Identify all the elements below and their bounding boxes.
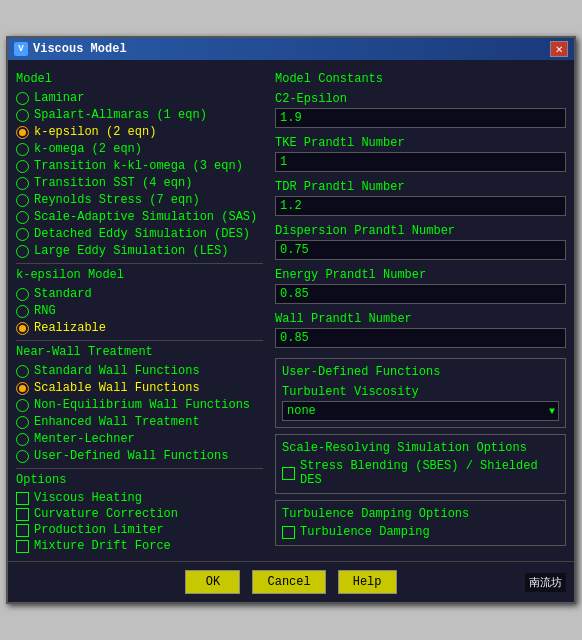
model-trans-sst-label: Transition SST (4 eqn)	[34, 176, 192, 190]
nw-noneq[interactable]: Non-Equilibrium Wall Functions	[16, 397, 263, 413]
title-bar: V Viscous Model ✕	[8, 38, 574, 60]
ke-realizable[interactable]: Realizable	[16, 320, 263, 336]
nw-udf[interactable]: User-Defined Wall Functions	[16, 448, 263, 464]
opt-mixture[interactable]: Mixture Drift Force	[16, 539, 263, 553]
model-kepsilon[interactable]: k-epsilon (2 eqn)	[16, 124, 263, 140]
srs-sbes-checkbox-item[interactable]: Stress Blending (SBES) / Shielded DES	[282, 459, 559, 487]
check-sbes[interactable]	[282, 467, 295, 480]
nw-noneq-label: Non-Equilibrium Wall Functions	[34, 398, 250, 412]
td-section: Turbulence Damping Options Turbulence Da…	[275, 500, 566, 546]
model-des[interactable]: Detached Eddy Simulation (DES)	[16, 226, 263, 242]
tdr-input[interactable]	[275, 196, 566, 216]
opt-viscous-heating-label: Viscous Heating	[34, 491, 142, 505]
ke-standard[interactable]: Standard	[16, 286, 263, 302]
radio-des[interactable]	[16, 228, 29, 241]
ke-standard-label: Standard	[34, 287, 92, 301]
opt-mixture-label: Mixture Drift Force	[34, 539, 171, 553]
check-production[interactable]	[16, 524, 29, 537]
model-sas[interactable]: Scale-Adaptive Simulation (SAS)	[16, 209, 263, 225]
model-des-label: Detached Eddy Simulation (DES)	[34, 227, 250, 241]
radio-les[interactable]	[16, 245, 29, 258]
model-laminar[interactable]: Laminar	[16, 90, 263, 106]
radio-kepsilon[interactable]	[16, 126, 29, 139]
model-reynolds-label: Reynolds Stress (7 eqn)	[34, 193, 200, 207]
model-sas-label: Scale-Adaptive Simulation (SAS)	[34, 210, 257, 224]
dispersion-input[interactable]	[275, 240, 566, 260]
radio-ke-realizable[interactable]	[16, 322, 29, 335]
help-button[interactable]: Help	[338, 570, 397, 594]
kepsilon-section-title: k-epsilon Model	[16, 268, 263, 282]
right-panel: Model Constants C2-Epsilon TKE Prandtl N…	[271, 68, 566, 553]
c2-epsilon-input[interactable]	[275, 108, 566, 128]
tdr-label: TDR Prandtl Number	[275, 180, 566, 194]
radio-trans-kl[interactable]	[16, 160, 29, 173]
model-section-title: Model	[16, 72, 263, 86]
tke-input[interactable]	[275, 152, 566, 172]
td-checkbox-item[interactable]: Turbulence Damping	[282, 525, 559, 539]
radio-ke-rng[interactable]	[16, 305, 29, 318]
radio-nw-scalable[interactable]	[16, 382, 29, 395]
kepsilon-radio-group: Standard RNG Realizable	[16, 286, 263, 336]
energy-label: Energy Prandtl Number	[275, 268, 566, 282]
nw-enhanced-label: Enhanced Wall Treatment	[34, 415, 200, 429]
nw-enhanced[interactable]: Enhanced Wall Treatment	[16, 414, 263, 430]
radio-spalart[interactable]	[16, 109, 29, 122]
nw-menter[interactable]: Menter-Lechner	[16, 431, 263, 447]
radio-reynolds[interactable]	[16, 194, 29, 207]
ke-realizable-label: Realizable	[34, 321, 106, 335]
opt-production[interactable]: Production Limiter	[16, 523, 263, 537]
radio-nw-std[interactable]	[16, 365, 29, 378]
nw-std-label: Standard Wall Functions	[34, 364, 200, 378]
radio-trans-sst[interactable]	[16, 177, 29, 190]
app-icon: V	[14, 42, 28, 56]
radio-nw-enhanced[interactable]	[16, 416, 29, 429]
check-td[interactable]	[282, 526, 295, 539]
model-laminar-label: Laminar	[34, 91, 84, 105]
nw-menter-label: Menter-Lechner	[34, 432, 135, 446]
radio-nw-menter[interactable]	[16, 433, 29, 446]
nw-std-wall[interactable]: Standard Wall Functions	[16, 363, 263, 379]
energy-input[interactable]	[275, 284, 566, 304]
check-viscous-heating[interactable]	[16, 492, 29, 505]
ok-button[interactable]: OK	[185, 570, 240, 594]
wall-prandtl-input[interactable]	[275, 328, 566, 348]
nw-udf-label: User-Defined Wall Functions	[34, 449, 228, 463]
ke-rng-label: RNG	[34, 304, 56, 318]
close-button[interactable]: ✕	[550, 41, 568, 57]
udf-section: User-Defined Functions Turbulent Viscosi…	[275, 358, 566, 428]
nw-scalable[interactable]: Scalable Wall Functions	[16, 380, 263, 396]
model-reynolds[interactable]: Reynolds Stress (7 eqn)	[16, 192, 263, 208]
opt-curvature-label: Curvature Correction	[34, 507, 178, 521]
td-section-title: Turbulence Damping Options	[282, 507, 559, 521]
srs-section: Scale-Resolving Simulation Options Stres…	[275, 434, 566, 494]
opt-production-label: Production Limiter	[34, 523, 164, 537]
model-les[interactable]: Large Eddy Simulation (LES)	[16, 243, 263, 259]
model-trans-kl[interactable]: Transition k-kl-omega (3 eqn)	[16, 158, 263, 174]
udf-turb-select[interactable]: none	[282, 401, 559, 421]
check-curvature[interactable]	[16, 508, 29, 521]
udf-turb-wrapper: none ▼	[282, 401, 559, 421]
dispersion-label: Dispersion Prandtl Number	[275, 224, 566, 238]
window-title: Viscous Model	[33, 42, 127, 56]
model-spalart[interactable]: Spalart-Allmaras (1 eqn)	[16, 107, 263, 123]
opt-viscous-heating[interactable]: Viscous Heating	[16, 491, 263, 505]
model-komega[interactable]: k-omega (2 eqn)	[16, 141, 263, 157]
viscous-model-dialog: V Viscous Model ✕ Model Laminar	[6, 36, 576, 604]
model-trans-sst[interactable]: Transition SST (4 eqn)	[16, 175, 263, 191]
radio-komega[interactable]	[16, 143, 29, 156]
radio-nw-udf[interactable]	[16, 450, 29, 463]
watermark: 南流坊	[525, 573, 566, 592]
left-panel: Model Laminar Spalart-Allmaras (1 eqn) k…	[16, 68, 271, 553]
c2-epsilon-label: C2-Epsilon	[275, 92, 566, 106]
check-mixture[interactable]	[16, 540, 29, 553]
radio-nw-noneq[interactable]	[16, 399, 29, 412]
radio-sas[interactable]	[16, 211, 29, 224]
cancel-button[interactable]: Cancel	[252, 570, 325, 594]
model-radio-group: Laminar Spalart-Allmaras (1 eqn) k-epsil…	[16, 90, 263, 259]
ke-rng[interactable]: RNG	[16, 303, 263, 319]
opt-curvature[interactable]: Curvature Correction	[16, 507, 263, 521]
radio-ke-standard[interactable]	[16, 288, 29, 301]
radio-laminar[interactable]	[16, 92, 29, 105]
model-spalart-label: Spalart-Allmaras (1 eqn)	[34, 108, 207, 122]
options-section-title: Options	[16, 473, 263, 487]
